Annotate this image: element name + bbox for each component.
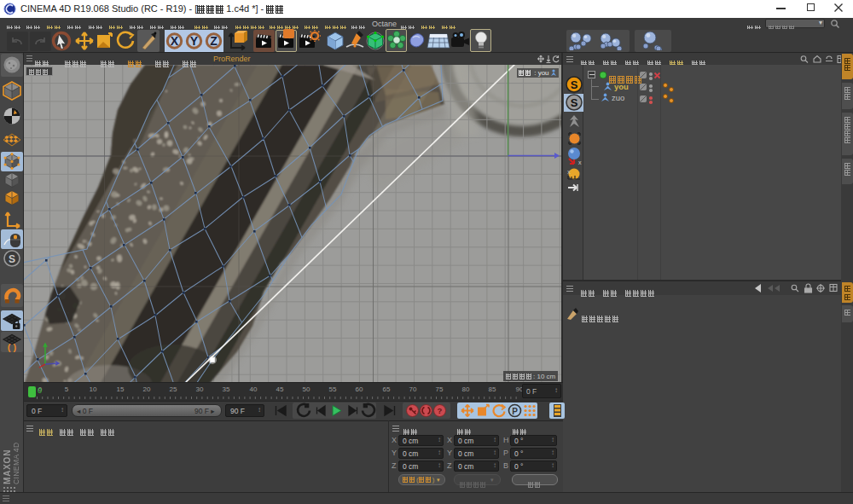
svg-text:X: X — [567, 170, 571, 175]
svg-text:S: S — [571, 96, 578, 109]
svg-text:?: ? — [438, 406, 443, 415]
svg-text:x: x — [578, 159, 582, 165]
svg-text:( ): ( ) — [8, 342, 17, 352]
svg-text:X: X — [171, 34, 179, 48]
svg-text:Y: Y — [190, 34, 199, 48]
svg-text:S: S — [571, 78, 578, 91]
svg-text:Z: Z — [210, 34, 218, 48]
svg-text:S: S — [9, 253, 15, 265]
svg-text:P: P — [512, 407, 518, 416]
